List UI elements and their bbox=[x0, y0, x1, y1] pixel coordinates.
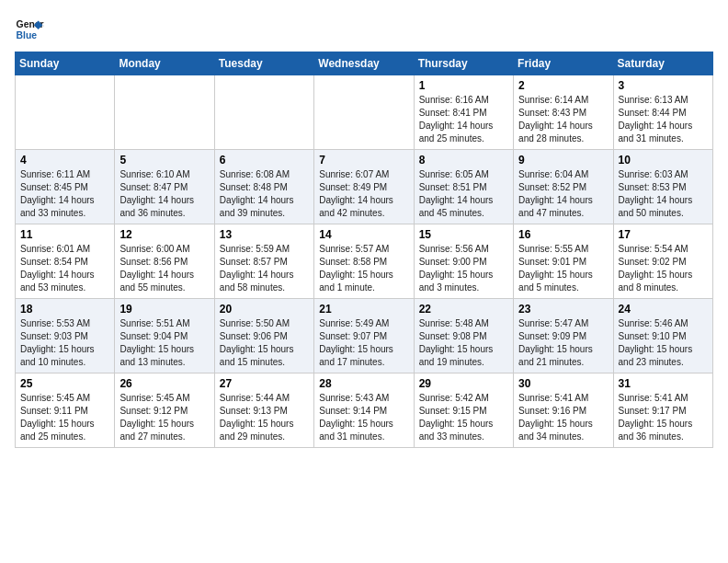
day-info: Sunrise: 5:51 AM Sunset: 9:04 PM Dayligh… bbox=[119, 317, 209, 369]
day-number: 23 bbox=[518, 303, 608, 316]
calendar-cell: 26Sunrise: 5:45 AM Sunset: 9:12 PM Dayli… bbox=[115, 373, 214, 448]
calendar-cell: 31Sunrise: 5:41 AM Sunset: 9:17 PM Dayli… bbox=[613, 373, 712, 448]
day-info: Sunrise: 6:13 AM Sunset: 8:44 PM Dayligh… bbox=[619, 94, 708, 145]
day-number: 27 bbox=[220, 377, 309, 390]
calendar-cell: 24Sunrise: 5:46 AM Sunset: 9:10 PM Dayli… bbox=[613, 299, 712, 373]
calendar-cell: 25Sunrise: 5:45 AM Sunset: 9:11 PM Dayli… bbox=[16, 373, 115, 448]
day-info: Sunrise: 6:07 AM Sunset: 8:49 PM Dayligh… bbox=[319, 168, 408, 220]
day-info: Sunrise: 6:04 AM Sunset: 8:52 PM Dayligh… bbox=[518, 168, 608, 220]
calendar-cell: 6Sunrise: 6:08 AM Sunset: 8:48 PM Daylig… bbox=[214, 150, 313, 224]
day-info: Sunrise: 5:50 AM Sunset: 9:06 PM Dayligh… bbox=[220, 317, 309, 369]
day-number: 19 bbox=[119, 303, 209, 316]
week-row-4: 18Sunrise: 5:53 AM Sunset: 9:03 PM Dayli… bbox=[16, 299, 713, 373]
weekday-header-row: SundayMondayTuesdayWednesdayThursdayFrid… bbox=[16, 52, 713, 75]
calendar-cell: 23Sunrise: 5:47 AM Sunset: 9:09 PM Dayli… bbox=[514, 299, 613, 373]
day-number: 16 bbox=[518, 228, 608, 241]
day-info: Sunrise: 5:43 AM Sunset: 9:14 PM Dayligh… bbox=[319, 392, 408, 443]
day-number: 15 bbox=[419, 228, 508, 241]
day-info: Sunrise: 6:10 AM Sunset: 8:47 PM Dayligh… bbox=[119, 168, 209, 220]
week-row-2: 4Sunrise: 6:11 AM Sunset: 8:45 PM Daylig… bbox=[16, 150, 713, 224]
calendar-cell bbox=[314, 75, 414, 150]
day-info: Sunrise: 6:16 AM Sunset: 8:41 PM Dayligh… bbox=[419, 94, 508, 145]
day-number: 18 bbox=[20, 303, 109, 316]
calendar-cell: 29Sunrise: 5:42 AM Sunset: 9:15 PM Dayli… bbox=[414, 373, 513, 448]
day-number: 31 bbox=[619, 377, 708, 390]
calendar-cell: 17Sunrise: 5:54 AM Sunset: 9:02 PM Dayli… bbox=[613, 224, 712, 299]
day-info: Sunrise: 5:56 AM Sunset: 9:00 PM Dayligh… bbox=[419, 243, 508, 294]
calendar-cell: 19Sunrise: 5:51 AM Sunset: 9:04 PM Dayli… bbox=[115, 299, 214, 373]
calendar-cell: 12Sunrise: 6:00 AM Sunset: 8:56 PM Dayli… bbox=[115, 224, 214, 299]
calendar-cell: 22Sunrise: 5:48 AM Sunset: 9:08 PM Dayli… bbox=[414, 299, 513, 373]
day-info: Sunrise: 5:45 AM Sunset: 9:12 PM Dayligh… bbox=[119, 392, 209, 443]
day-info: Sunrise: 5:45 AM Sunset: 9:11 PM Dayligh… bbox=[20, 392, 109, 443]
day-info: Sunrise: 5:57 AM Sunset: 8:58 PM Dayligh… bbox=[319, 243, 408, 294]
day-info: Sunrise: 5:48 AM Sunset: 9:08 PM Dayligh… bbox=[419, 317, 508, 369]
calendar-cell: 14Sunrise: 5:57 AM Sunset: 8:58 PM Dayli… bbox=[314, 224, 414, 299]
calendar-cell bbox=[115, 75, 214, 150]
day-info: Sunrise: 6:05 AM Sunset: 8:51 PM Dayligh… bbox=[419, 168, 508, 220]
week-row-1: 1Sunrise: 6:16 AM Sunset: 8:41 PM Daylig… bbox=[16, 75, 713, 150]
calendar-table: SundayMondayTuesdayWednesdayThursdayFrid… bbox=[15, 52, 713, 448]
calendar-cell: 13Sunrise: 5:59 AM Sunset: 8:57 PM Dayli… bbox=[214, 224, 313, 299]
weekday-header-wednesday: Wednesday bbox=[314, 52, 414, 75]
day-number: 25 bbox=[20, 377, 109, 390]
day-info: Sunrise: 5:59 AM Sunset: 8:57 PM Dayligh… bbox=[220, 243, 309, 294]
day-info: Sunrise: 5:49 AM Sunset: 9:07 PM Dayligh… bbox=[319, 317, 408, 369]
day-number: 6 bbox=[220, 154, 309, 167]
weekday-header-monday: Monday bbox=[115, 52, 214, 75]
calendar-cell: 1Sunrise: 6:16 AM Sunset: 8:41 PM Daylig… bbox=[414, 75, 513, 150]
calendar-cell: 7Sunrise: 6:07 AM Sunset: 8:49 PM Daylig… bbox=[314, 150, 414, 224]
day-number: 20 bbox=[220, 303, 309, 316]
day-info: Sunrise: 6:01 AM Sunset: 8:54 PM Dayligh… bbox=[20, 243, 109, 294]
calendar-cell bbox=[16, 75, 115, 150]
day-info: Sunrise: 6:11 AM Sunset: 8:45 PM Dayligh… bbox=[20, 168, 109, 220]
day-number: 9 bbox=[518, 154, 608, 167]
day-number: 22 bbox=[419, 303, 508, 316]
weekday-header-friday: Friday bbox=[514, 52, 613, 75]
calendar-cell: 3Sunrise: 6:13 AM Sunset: 8:44 PM Daylig… bbox=[613, 75, 712, 150]
day-number: 17 bbox=[619, 228, 708, 241]
calendar-cell bbox=[214, 75, 313, 150]
day-info: Sunrise: 5:41 AM Sunset: 9:16 PM Dayligh… bbox=[518, 392, 608, 443]
day-number: 10 bbox=[619, 154, 708, 167]
day-number: 8 bbox=[419, 154, 508, 167]
day-info: Sunrise: 6:00 AM Sunset: 8:56 PM Dayligh… bbox=[119, 243, 209, 294]
day-info: Sunrise: 5:42 AM Sunset: 9:15 PM Dayligh… bbox=[419, 392, 508, 443]
calendar-cell: 27Sunrise: 5:44 AM Sunset: 9:13 PM Dayli… bbox=[214, 373, 313, 448]
weekday-header-thursday: Thursday bbox=[414, 52, 513, 75]
svg-text:Blue: Blue bbox=[17, 30, 38, 40]
day-number: 7 bbox=[319, 154, 408, 167]
week-row-3: 11Sunrise: 6:01 AM Sunset: 8:54 PM Dayli… bbox=[16, 224, 713, 299]
calendar-cell: 28Sunrise: 5:43 AM Sunset: 9:14 PM Dayli… bbox=[314, 373, 414, 448]
day-number: 1 bbox=[419, 79, 508, 92]
logo-icon: General Blue bbox=[15, 15, 44, 44]
weekday-header-saturday: Saturday bbox=[613, 52, 712, 75]
logo: General Blue bbox=[15, 15, 48, 44]
weekday-header-tuesday: Tuesday bbox=[214, 52, 313, 75]
day-number: 21 bbox=[319, 303, 408, 316]
day-info: Sunrise: 5:44 AM Sunset: 9:13 PM Dayligh… bbox=[220, 392, 309, 443]
day-number: 14 bbox=[319, 228, 408, 241]
calendar-cell: 11Sunrise: 6:01 AM Sunset: 8:54 PM Dayli… bbox=[16, 224, 115, 299]
calendar-cell: 10Sunrise: 6:03 AM Sunset: 8:53 PM Dayli… bbox=[613, 150, 712, 224]
calendar-cell: 16Sunrise: 5:55 AM Sunset: 9:01 PM Dayli… bbox=[514, 224, 613, 299]
calendar-cell: 2Sunrise: 6:14 AM Sunset: 8:43 PM Daylig… bbox=[514, 75, 613, 150]
day-info: Sunrise: 6:08 AM Sunset: 8:48 PM Dayligh… bbox=[220, 168, 309, 220]
day-number: 30 bbox=[518, 377, 608, 390]
calendar-cell: 15Sunrise: 5:56 AM Sunset: 9:00 PM Dayli… bbox=[414, 224, 513, 299]
day-info: Sunrise: 6:03 AM Sunset: 8:53 PM Dayligh… bbox=[619, 168, 708, 220]
page-header: General Blue bbox=[15, 15, 713, 44]
day-info: Sunrise: 6:14 AM Sunset: 8:43 PM Dayligh… bbox=[518, 94, 608, 145]
week-row-5: 25Sunrise: 5:45 AM Sunset: 9:11 PM Dayli… bbox=[16, 373, 713, 448]
calendar-cell: 8Sunrise: 6:05 AM Sunset: 8:51 PM Daylig… bbox=[414, 150, 513, 224]
day-number: 26 bbox=[119, 377, 209, 390]
day-info: Sunrise: 5:41 AM Sunset: 9:17 PM Dayligh… bbox=[619, 392, 708, 443]
calendar-cell: 20Sunrise: 5:50 AM Sunset: 9:06 PM Dayli… bbox=[214, 299, 313, 373]
weekday-header-sunday: Sunday bbox=[16, 52, 115, 75]
day-info: Sunrise: 5:47 AM Sunset: 9:09 PM Dayligh… bbox=[518, 317, 608, 369]
day-info: Sunrise: 5:46 AM Sunset: 9:10 PM Dayligh… bbox=[619, 317, 708, 369]
calendar-cell: 5Sunrise: 6:10 AM Sunset: 8:47 PM Daylig… bbox=[115, 150, 214, 224]
calendar-cell: 18Sunrise: 5:53 AM Sunset: 9:03 PM Dayli… bbox=[16, 299, 115, 373]
day-number: 4 bbox=[20, 154, 109, 167]
calendar-cell: 21Sunrise: 5:49 AM Sunset: 9:07 PM Dayli… bbox=[314, 299, 414, 373]
